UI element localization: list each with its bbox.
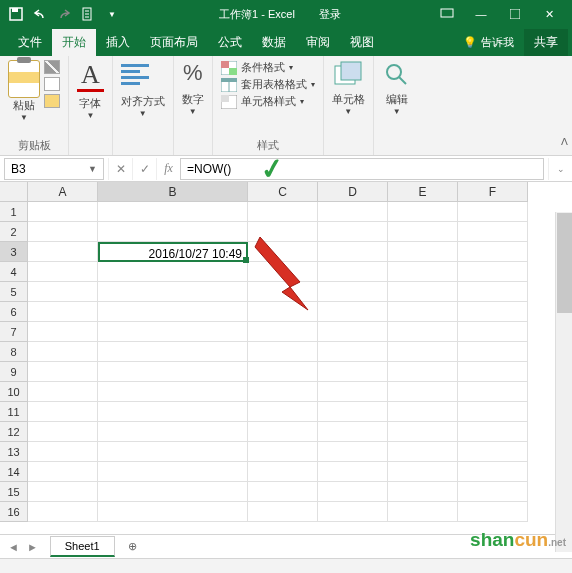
cell[interactable] — [98, 422, 248, 442]
row-header[interactable]: 5 — [0, 282, 28, 302]
qat-dropdown-icon[interactable]: ▼ — [104, 6, 120, 22]
tab-home[interactable]: 开始 — [52, 29, 96, 56]
cell[interactable] — [318, 462, 388, 482]
minimize-icon[interactable]: — — [466, 4, 496, 24]
row-header[interactable]: 13 — [0, 442, 28, 462]
cell[interactable] — [388, 342, 458, 362]
number-dropdown-icon[interactable]: ▼ — [182, 107, 204, 116]
cut-icon[interactable] — [44, 60, 60, 74]
close-icon[interactable]: ✕ — [534, 4, 564, 24]
fill-handle[interactable] — [243, 257, 249, 263]
cells-dropdown-icon[interactable]: ▼ — [332, 107, 365, 116]
undo-icon[interactable] — [32, 6, 48, 22]
paste-button[interactable]: 粘贴 ▼ — [8, 60, 40, 122]
cell[interactable] — [458, 482, 528, 502]
cell[interactable] — [98, 402, 248, 422]
cell[interactable] — [388, 502, 458, 522]
cell[interactable] — [28, 202, 98, 222]
cell[interactable] — [28, 482, 98, 502]
enter-formula-icon[interactable]: ✓ — [132, 158, 156, 180]
cell[interactable] — [458, 502, 528, 522]
cell[interactable] — [318, 222, 388, 242]
row-header[interactable]: 3 — [0, 242, 28, 262]
cell[interactable] — [98, 302, 248, 322]
insert-function-icon[interactable]: fx — [156, 158, 180, 180]
expand-formula-icon[interactable]: ⌄ — [548, 158, 572, 180]
cell[interactable] — [458, 222, 528, 242]
cell[interactable] — [458, 242, 528, 262]
cell[interactable] — [318, 482, 388, 502]
column-header[interactable]: B — [98, 182, 248, 202]
sheet-nav-prev-icon[interactable]: ◄ — [4, 541, 23, 553]
editing-dropdown-icon[interactable]: ▼ — [382, 107, 412, 116]
sheet-nav-next-icon[interactable]: ► — [23, 541, 42, 553]
cell[interactable] — [318, 442, 388, 462]
cell[interactable] — [248, 202, 318, 222]
spreadsheet-grid[interactable]: ABCDEF 12345678910111213141516 2016/10/2… — [0, 182, 572, 534]
cell[interactable] — [388, 462, 458, 482]
cell[interactable] — [28, 222, 98, 242]
cell[interactable] — [248, 442, 318, 462]
cell[interactable] — [98, 362, 248, 382]
cell[interactable] — [28, 402, 98, 422]
cell[interactable] — [318, 262, 388, 282]
column-header[interactable]: F — [458, 182, 528, 202]
cell[interactable] — [248, 362, 318, 382]
namebox-dropdown-icon[interactable]: ▼ — [88, 164, 97, 174]
paste-dropdown-icon[interactable]: ▼ — [8, 113, 40, 122]
cell[interactable] — [318, 382, 388, 402]
tab-data[interactable]: 数据 — [252, 29, 296, 56]
copy-icon[interactable] — [44, 77, 60, 91]
cell[interactable] — [388, 482, 458, 502]
cell[interactable] — [318, 282, 388, 302]
cell[interactable] — [388, 322, 458, 342]
cell[interactable] — [388, 282, 458, 302]
save-icon[interactable] — [8, 6, 24, 22]
cell[interactable] — [28, 502, 98, 522]
cell[interactable] — [248, 482, 318, 502]
row-header[interactable]: 1 — [0, 202, 28, 222]
cell[interactable] — [318, 422, 388, 442]
cell[interactable] — [318, 402, 388, 422]
redo-icon[interactable] — [56, 6, 72, 22]
tab-layout[interactable]: 页面布局 — [140, 29, 208, 56]
cell[interactable] — [28, 462, 98, 482]
maximize-icon[interactable] — [500, 4, 530, 24]
align-dropdown-icon[interactable]: ▼ — [121, 109, 165, 118]
row-header[interactable]: 2 — [0, 222, 28, 242]
cell[interactable] — [458, 262, 528, 282]
cell[interactable] — [458, 362, 528, 382]
select-all-corner[interactable] — [0, 182, 28, 202]
row-header[interactable]: 11 — [0, 402, 28, 422]
column-header[interactable]: E — [388, 182, 458, 202]
cell[interactable] — [98, 482, 248, 502]
tab-file[interactable]: 文件 — [8, 29, 52, 56]
cells-button[interactable]: 单元格 ▼ — [332, 60, 365, 116]
tell-me-button[interactable]: 💡 告诉我 — [457, 31, 520, 54]
column-header[interactable]: C — [248, 182, 318, 202]
cell[interactable] — [28, 262, 98, 282]
cell[interactable] — [98, 282, 248, 302]
alignment-button[interactable]: 对齐方式 ▼ — [121, 60, 165, 118]
cell[interactable] — [458, 442, 528, 462]
cell-styles-button[interactable]: 单元格样式 ▾ — [221, 94, 315, 109]
document-icon[interactable] — [80, 6, 96, 22]
cell[interactable] — [248, 382, 318, 402]
cell[interactable] — [98, 342, 248, 362]
cell[interactable] — [98, 442, 248, 462]
cell[interactable]: 2016/10/27 10:49 — [98, 242, 248, 262]
tab-review[interactable]: 审阅 — [296, 29, 340, 56]
cell[interactable] — [458, 422, 528, 442]
cell[interactable] — [98, 262, 248, 282]
editing-button[interactable]: 编辑 ▼ — [382, 60, 412, 116]
cell[interactable] — [248, 262, 318, 282]
cell[interactable] — [388, 262, 458, 282]
name-box[interactable]: B3 ▼ — [4, 158, 104, 180]
cell[interactable] — [98, 502, 248, 522]
cancel-formula-icon[interactable]: ✕ — [108, 158, 132, 180]
cell[interactable] — [28, 342, 98, 362]
row-header[interactable]: 10 — [0, 382, 28, 402]
row-header[interactable]: 12 — [0, 422, 28, 442]
tab-formulas[interactable]: 公式 — [208, 29, 252, 56]
tab-insert[interactable]: 插入 — [96, 29, 140, 56]
